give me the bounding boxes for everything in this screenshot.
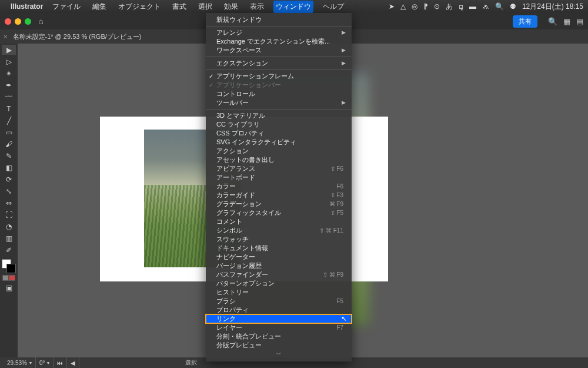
pen-tool[interactable]: ✒ — [2, 80, 16, 90]
tuning-icon[interactable]: ⁋ — [423, 2, 428, 11]
menu-pattern-opt[interactable]: パターンオプション — [206, 279, 352, 288]
close-icon[interactable] — [5, 18, 11, 25]
menu-sep-preview[interactable]: 分版プレビュー — [206, 341, 352, 350]
bluetooth-icon[interactable]: ⚼ — [459, 2, 463, 11]
location-icon[interactable]: ➤ — [389, 2, 395, 11]
line-tool[interactable]: ╱ — [2, 115, 16, 125]
menu-app-frame[interactable]: ✓アプリケーションフレーム — [206, 72, 352, 81]
document-title: 名称未設定-1* @ 29.53 % (RGB/プレビュー) — [13, 33, 142, 40]
menu-object[interactable]: オブジェクト — [116, 1, 163, 13]
menu-layer[interactable]: レイヤーF7 — [206, 323, 352, 332]
menu-edit[interactable]: 編集 — [90, 1, 109, 13]
menu-3d[interactable]: 3D とマテリアル — [206, 111, 352, 120]
gradient-tool[interactable]: ▥ — [2, 233, 16, 243]
menu-color[interactable]: カラーF6 — [206, 182, 352, 191]
menu-new-window[interactable]: 新規ウィンドウ — [206, 15, 352, 24]
rotate-tool[interactable]: ⟳ — [2, 174, 16, 184]
tab-close-icon[interactable]: × — [4, 33, 7, 40]
magic-wand-tool[interactable]: ✴ — [2, 68, 16, 78]
direct-selection-tool[interactable]: ▷ — [2, 57, 16, 67]
menu-link[interactable]: リンク↖ — [206, 314, 352, 323]
zoom-field[interactable]: 29.53%▾ — [4, 357, 36, 368]
menu-svg-int[interactable]: SVG インタラクティビティ — [206, 138, 352, 147]
menu-help[interactable]: ヘルプ — [320, 1, 346, 13]
circle-icon[interactable]: ◎ — [412, 2, 417, 11]
shaper-tool[interactable]: ✎ — [2, 151, 16, 161]
app-name[interactable]: Illustrator — [11, 2, 43, 11]
workspace-icon[interactable]: ▤ — [576, 17, 583, 26]
window-controls[interactable] — [5, 18, 31, 25]
menu-brush[interactable]: ブラシF5 — [206, 297, 352, 306]
home-icon[interactable]: ⌂ — [38, 16, 43, 26]
mac-menubar: Illustrator ファイル 編集 オブジェクト 書式 選択 効果 表示 ウ… — [0, 0, 588, 13]
minimize-icon[interactable] — [15, 18, 21, 25]
scale-tool[interactable]: ⤡ — [2, 186, 16, 196]
menu-asset-export[interactable]: アセットの書き出し — [206, 155, 352, 164]
share-button[interactable]: 共有 — [513, 15, 537, 28]
free-transform-tool[interactable]: ⛶ — [2, 210, 16, 220]
document-tab[interactable]: × 名称未設定-1* @ 29.53 % (RGB/プレビュー) — [4, 32, 141, 41]
menu-app-bar: ✓アプリケーションバー — [206, 81, 352, 89]
eraser-tool[interactable]: ◧ — [2, 163, 16, 173]
width-tool[interactable]: ⇔ — [2, 198, 16, 208]
curvature-tool[interactable]: 〰 — [2, 92, 16, 102]
rectangle-tool[interactable]: ▭ — [2, 127, 16, 137]
menubar-clock[interactable]: 12月24日(土) 18:15 — [522, 2, 583, 12]
menu-select[interactable]: 選択 — [196, 1, 215, 13]
control-center-icon[interactable]: ⚉ — [510, 2, 516, 11]
menu-property[interactable]: プロパティ — [206, 306, 352, 314]
zoom-icon[interactable] — [25, 18, 31, 25]
input-icon[interactable]: あ — [446, 2, 453, 12]
color-mode-swatch[interactable] — [2, 275, 15, 281]
battery-icon[interactable]: ▬ — [469, 2, 476, 11]
menu-action[interactable]: アクション — [206, 147, 352, 155]
rotate-field[interactable]: 0°▾ — [36, 357, 54, 368]
eyedropper-tool[interactable]: ✐ — [2, 245, 16, 255]
menu-split-preview[interactable]: 分割・統合プレビュー — [206, 332, 352, 341]
status-selection: 選択 — [185, 359, 197, 367]
stroke-swatch[interactable] — [6, 264, 16, 273]
menu-comment[interactable]: コメント — [206, 217, 352, 226]
shape-builder-tool[interactable]: ◔ — [2, 221, 16, 231]
menu-window[interactable]: ウィンドウ — [273, 1, 313, 13]
play-icon[interactable]: ⊙ — [434, 2, 440, 11]
arrange-icon[interactable]: ▦ — [563, 17, 570, 26]
menu-workspace[interactable]: ワークスペース▶ — [206, 46, 352, 55]
paintbrush-tool[interactable]: 🖌 — [2, 139, 16, 149]
search-app-icon[interactable]: 🔍 — [548, 17, 557, 26]
menu-version[interactable]: バージョン履歴 — [206, 261, 352, 270]
menu-view[interactable]: 表示 — [248, 1, 266, 13]
menu-graphic-style[interactable]: グラフィックスタイル⇧ F5 — [206, 208, 352, 217]
menu-doc-info[interactable]: ドキュメント情報 — [206, 244, 352, 253]
menu-navigator[interactable]: ナビゲーター — [206, 253, 352, 261]
wifi-icon[interactable]: ⩕ — [482, 2, 489, 11]
menu-extension[interactable]: エクステンション▶ — [206, 59, 352, 68]
fill-stroke-swatch[interactable] — [2, 259, 16, 273]
selection-tool[interactable]: ▶ — [2, 45, 16, 55]
menu-cc-lib[interactable]: CC ライブラリ — [206, 120, 352, 129]
search-icon[interactable]: 🔍 — [495, 2, 504, 11]
screen-mode-tool[interactable]: ▣ — [2, 283, 16, 293]
menu-artboard[interactable]: アートボード — [206, 173, 352, 182]
menu-arrange[interactable]: アレンジ▶ — [206, 28, 352, 37]
menu-control[interactable]: コントロール — [206, 89, 352, 98]
menu-continue-icon[interactable]: ﹀ — [206, 350, 352, 359]
menu-effect[interactable]: 効果 — [222, 1, 240, 13]
menu-toolbar[interactable]: ツールバー▶ — [206, 98, 352, 107]
menu-color-guide[interactable]: カラーガイド⇧ F3 — [206, 191, 352, 200]
menu-exchange[interactable]: Exchange でエクステンションを検索... — [206, 37, 352, 46]
window-menu-dropdown: 新規ウィンドウ アレンジ▶ Exchange でエクステンションを検索... ワ… — [206, 13, 352, 362]
nav-first[interactable]: ⏮ — [54, 357, 67, 368]
menu-file[interactable]: ファイル — [50, 1, 83, 13]
menu-appearance[interactable]: アピアランス⇧ F6 — [206, 164, 352, 173]
menu-gradation[interactable]: グラデーション⌘ F9 — [206, 200, 352, 208]
type-tool[interactable]: T — [2, 104, 16, 114]
menu-pathfinder[interactable]: パスファインダー⇧ ⌘ F9 — [206, 270, 352, 279]
menu-css-prop[interactable]: CSS プロパティ — [206, 129, 352, 138]
nav-prev[interactable]: ◀ — [67, 357, 79, 368]
menu-swatch[interactable]: スウォッチ — [206, 235, 352, 244]
menu-history[interactable]: ヒストリー — [206, 288, 352, 297]
triangle-icon[interactable]: △ — [400, 2, 406, 11]
menu-symbol[interactable]: シンボル⇧ ⌘ F11 — [206, 226, 352, 235]
menu-type[interactable]: 書式 — [170, 1, 189, 13]
